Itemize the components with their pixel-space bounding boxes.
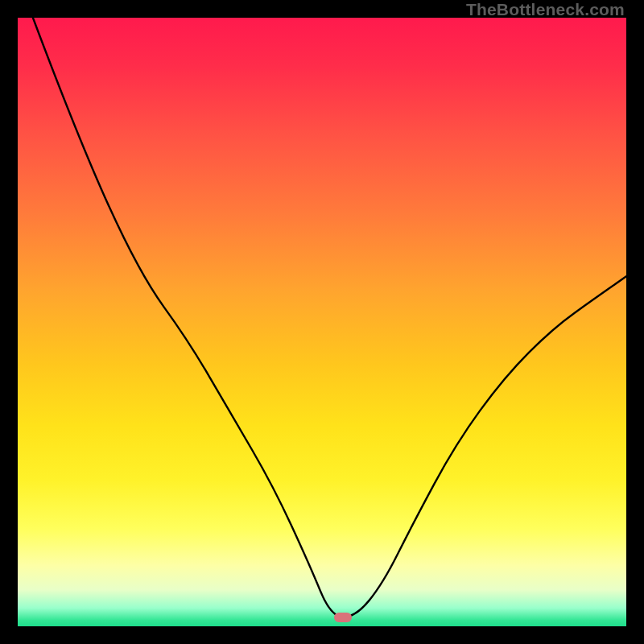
chart-plot-area: [18, 18, 626, 626]
bottleneck-marker: [334, 613, 352, 622]
watermark-text: TheBottleneck.com: [466, 0, 625, 19]
bottleneck-curve: [18, 18, 626, 626]
chart-frame: TheBottleneck.com: [0, 0, 644, 644]
